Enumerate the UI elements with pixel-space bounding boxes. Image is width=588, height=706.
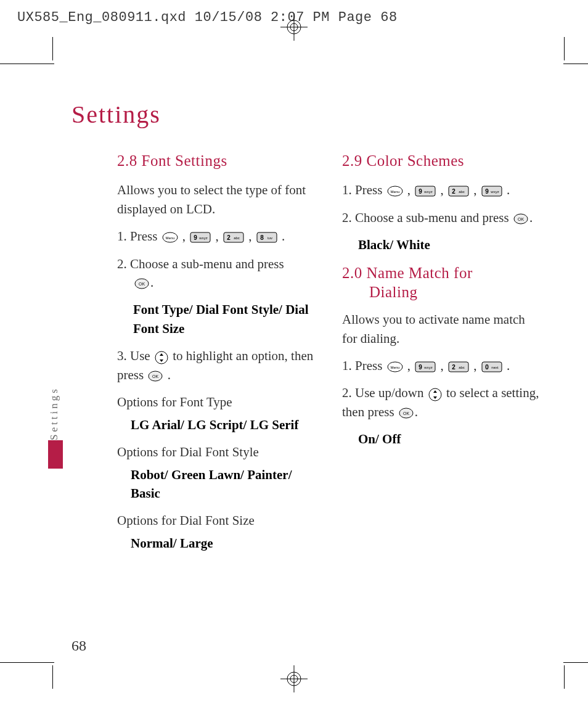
step-2: 2. Use up/down to select a setting, then… [342,384,540,421]
svg-text:OK: OK [139,282,145,286]
step-text: . [507,358,510,373]
step-text: . [282,229,285,244]
step-3: 3. Use to highlight an option, then pres… [117,347,315,384]
step-text: . [168,367,171,382]
svg-text:next: next [491,366,499,369]
crop-mark-icon [564,37,565,60]
svg-text:OK: OK [152,374,158,379]
step-1: 1. Press Menu , 9wxyz , 2abc , 9wxyz . [342,181,540,199]
step-text: 1. Press [342,183,386,197]
step-text: 2. Choose a sub-menu and press [342,210,512,225]
nine-key-icon: 9wxyz [415,186,436,197]
option-label: Options for Dial Font Size [117,511,315,530]
svg-text:wxyz: wxyz [424,190,433,194]
step-text: 2. Choose a sub-menu and press [117,257,284,271]
svg-text:2: 2 [227,234,231,241]
eight-key-icon: 8tuv [256,232,277,243]
zero-key-icon: 0next [481,361,502,372]
svg-text:OK: OK [518,217,524,221]
step-text: , [473,183,480,197]
submenu-options: Font Type/ Dial Font Style/ Dial Font Si… [133,300,315,338]
two-key-icon: 2abc [448,186,469,197]
step-text: . [529,210,533,225]
svg-text:8: 8 [260,234,264,241]
svg-text:9: 9 [194,234,198,241]
svg-text:9: 9 [485,188,489,195]
step-text: , [441,183,447,197]
nav-key-icon [155,351,168,364]
step-text: . [415,404,418,419]
page-number: 68 [71,638,86,654]
right-column: 2.9 Color Schemes 1. Press Menu , 9wxyz … [342,145,540,561]
svg-text:tuv: tuv [267,236,272,240]
step-text: , [473,358,480,373]
crop-mark-icon [563,662,588,663]
svg-text:2: 2 [452,188,455,195]
section-intro: Allows you to select the type of font di… [117,181,315,218]
step-text: 1. Press [117,229,161,244]
option-label: Options for Dial Font Style [117,443,315,461]
step-1: 1. Press Menu , 9wxyz , 2abc , 0next . [342,356,540,375]
svg-text:Menu: Menu [390,190,399,194]
step-text: 2. Use up/down [342,385,427,400]
step-text: , [248,229,255,244]
ok-key-icon: OK [134,278,149,289]
registration-mark-top-icon [280,14,308,41]
crop-mark-icon [0,662,54,663]
section-heading: 2.8 Font Settings [117,150,315,172]
two-key-icon: 2abc [223,232,244,243]
menu-key-icon: Menu [387,361,403,372]
svg-text:wxyz: wxyz [490,190,499,194]
ok-key-icon: OK [399,408,414,419]
section-heading: 2.9 Color Schemes [342,150,540,172]
step-text: , [216,229,223,244]
svg-text:abc: abc [459,190,465,194]
svg-text:0: 0 [485,364,489,371]
nav-key-icon [428,388,442,401]
step-text: 3. Use [117,348,153,363]
step-text: , [441,358,447,373]
option-values: Black/ White [358,236,540,254]
crop-mark-icon [52,37,53,60]
svg-text:abc: abc [459,366,465,369]
nine-key-icon: 9wxyz [190,232,211,243]
step-text: . [150,275,153,290]
step-text: 1. Press [342,358,386,373]
option-values: On/ Off [358,430,540,448]
heading-line: 2.0 Name Match for [342,265,473,281]
svg-text:wxyz: wxyz [199,236,208,240]
step-2: 2. Choose a sub-menu and press OK. [342,208,540,227]
step-text: , [407,183,414,197]
section-heading: 2.0 Name Match for Dialing [342,263,540,302]
step-text: , [407,358,414,373]
option-label: Options for Font Type [117,393,315,411]
svg-text:Menu: Menu [165,236,174,240]
svg-text:9: 9 [419,188,423,195]
svg-text:9: 9 [419,364,423,371]
step-text: . [507,183,510,197]
ok-key-icon: OK [513,213,528,224]
step-2: 2. Choose a sub-menu and press OK. [117,255,315,292]
nine-key-icon: 9wxyz [481,186,502,197]
page-title: Settings [71,100,565,129]
crop-mark-icon [564,665,565,689]
heading-line: Dialing [342,282,540,302]
section-intro: Allows you to activate name match for di… [342,310,540,348]
menu-key-icon: Menu [162,232,178,243]
svg-text:abc: abc [234,236,240,240]
menu-key-icon: Menu [387,186,403,197]
prepress-header: UX585_Eng_080911.qxd 10/15/08 2:07 PM Pa… [17,10,398,25]
ok-key-icon: OK [148,371,163,382]
svg-text:Menu: Menu [390,366,399,369]
two-key-icon: 2abc [448,361,469,372]
svg-text:OK: OK [403,411,409,416]
page-body: Settings 2.8 Font Settings Allows you to… [53,64,565,662]
option-values: LG Arial/ LG Script/ LG Serif [131,416,315,434]
registration-mark-bottom-icon [280,665,308,692]
step-text: , [182,229,189,244]
crop-mark-icon [52,665,53,689]
option-values: Robot/ Green Lawn/ Painter/ Basic [131,466,315,503]
svg-text:2: 2 [452,364,455,371]
option-values: Normal/ Large [131,534,315,552]
nine-key-icon: 9wxyz [415,361,436,372]
